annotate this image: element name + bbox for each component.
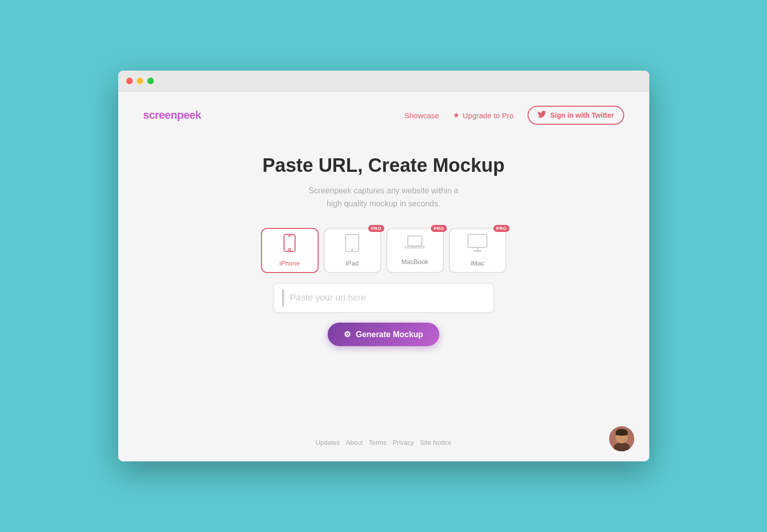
svg-rect-1 bbox=[288, 235, 291, 236]
svg-rect-15 bbox=[616, 432, 628, 435]
iphone-icon bbox=[284, 234, 296, 255]
main-content: Paste URL, Create Mockup Screenpeek capt… bbox=[118, 135, 649, 424]
generate-button-label: Generate Mockup bbox=[356, 330, 423, 339]
device-card-ipad[interactable]: PRO iPad bbox=[324, 228, 381, 273]
browser-content: screenpeek Showcase ★ Upgrade to Pro Sig… bbox=[118, 92, 649, 461]
svg-point-2 bbox=[289, 248, 291, 250]
svg-rect-7 bbox=[412, 246, 417, 247]
hero-subtitle: Screenpeek captures any website within a… bbox=[309, 184, 458, 210]
imac-label: iMac bbox=[470, 259, 484, 267]
generate-mockup-button[interactable]: ⚙ Generate Mockup bbox=[328, 323, 439, 346]
imac-pro-badge: PRO bbox=[493, 225, 509, 232]
ipad-icon bbox=[345, 234, 359, 255]
user-avatar[interactable] bbox=[609, 426, 634, 451]
svg-rect-0 bbox=[284, 234, 295, 251]
star-icon: ★ bbox=[453, 111, 459, 120]
imac-icon bbox=[467, 234, 487, 255]
device-card-imac[interactable]: PRO iMac bbox=[449, 228, 506, 273]
traffic-light-red[interactable] bbox=[126, 78, 133, 84]
device-card-macbook[interactable]: PRO MacBook bbox=[386, 228, 444, 273]
logo[interactable]: screenpeek bbox=[143, 109, 201, 122]
nav-right: Showcase ★ Upgrade to Pro Sign in with T… bbox=[404, 106, 624, 125]
macbook-pro-badge: PRO bbox=[431, 225, 446, 232]
svg-rect-5 bbox=[408, 236, 422, 246]
signin-twitter-label: Sign in with Twitter bbox=[550, 111, 614, 119]
device-selector: iPhone PRO iPad PRO bbox=[261, 228, 506, 273]
url-input-bar bbox=[282, 290, 284, 307]
ipad-pro-badge: PRO bbox=[368, 225, 384, 232]
browser-titlebar bbox=[118, 71, 649, 92]
footer-link-site-notice[interactable]: Site Notice bbox=[420, 439, 451, 446]
nav-upgrade-link[interactable]: ★ Upgrade to Pro bbox=[453, 111, 514, 120]
footer-link-terms[interactable]: Terms bbox=[369, 439, 386, 446]
footer-link-updates[interactable]: Updates bbox=[316, 439, 340, 446]
svg-rect-10 bbox=[474, 250, 481, 251]
svg-rect-8 bbox=[468, 234, 487, 247]
macbook-label: MacBook bbox=[401, 258, 428, 265]
macbook-icon bbox=[405, 235, 425, 254]
url-input-wrapper bbox=[274, 283, 494, 313]
traffic-light-green[interactable] bbox=[147, 78, 154, 84]
gear-icon: ⚙ bbox=[344, 330, 351, 339]
traffic-light-yellow[interactable] bbox=[137, 78, 143, 84]
footer-link-about[interactable]: About bbox=[346, 439, 363, 446]
signin-twitter-button[interactable]: Sign in with Twitter bbox=[528, 106, 624, 125]
nav-bar: screenpeek Showcase ★ Upgrade to Pro Sig… bbox=[118, 92, 649, 135]
svg-point-4 bbox=[352, 249, 353, 250]
footer: Updates About Terms Privacy Site Notice bbox=[118, 424, 649, 461]
hero-title: Paste URL, Create Mockup bbox=[263, 155, 505, 176]
footer-link-privacy[interactable]: Privacy bbox=[393, 439, 414, 446]
twitter-icon bbox=[538, 111, 546, 120]
device-card-iphone[interactable]: iPhone bbox=[261, 228, 319, 273]
nav-link-showcase[interactable]: Showcase bbox=[404, 111, 439, 120]
iphone-label: iPhone bbox=[280, 259, 300, 267]
url-input[interactable] bbox=[290, 284, 485, 312]
browser-window: screenpeek Showcase ★ Upgrade to Pro Sig… bbox=[118, 71, 649, 461]
ipad-label: iPad bbox=[346, 259, 359, 267]
